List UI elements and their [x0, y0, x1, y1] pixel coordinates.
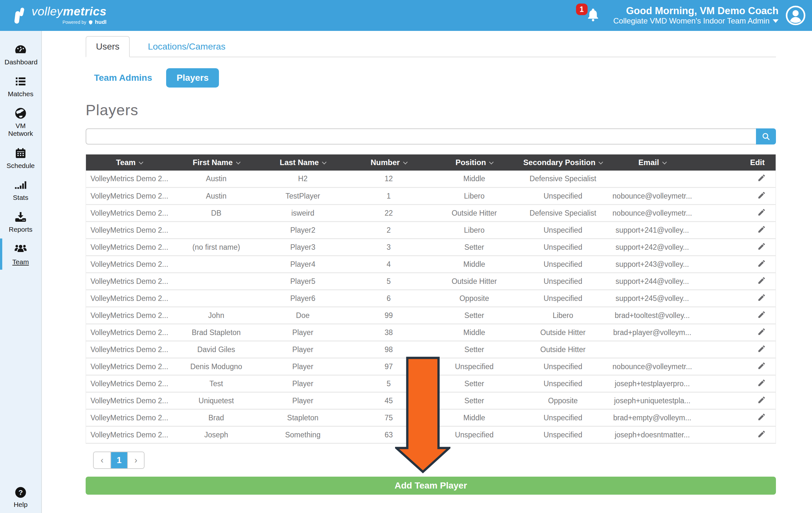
sidebar-item-matches[interactable]: Matches — [0, 70, 41, 102]
cell-first_name — [173, 273, 260, 290]
edit-icon[interactable] — [757, 259, 766, 268]
edit-icon[interactable] — [757, 413, 766, 421]
tab-locations-cameras[interactable]: Locations/Cameras — [138, 37, 235, 57]
sidebar-item-dashboard[interactable]: Dashboard — [0, 39, 41, 70]
cell-number: 3 — [346, 239, 431, 256]
cell-secondary_position: Unspecified — [517, 273, 609, 290]
cell-edit — [696, 426, 776, 444]
pagination-next-button[interactable]: › — [127, 452, 144, 468]
edit-pencil-icon — [757, 191, 766, 200]
column-header-secondary_position[interactable]: Secondary Position — [517, 154, 609, 171]
cell-email — [609, 171, 696, 188]
cell-email — [609, 341, 696, 358]
search-button[interactable] — [756, 128, 776, 145]
edit-icon[interactable] — [757, 242, 766, 251]
column-label: First Name — [193, 158, 233, 167]
column-header-first_name[interactable]: First Name — [173, 154, 260, 171]
players-button[interactable]: Players — [166, 68, 219, 88]
user-avatar[interactable] — [786, 5, 806, 25]
edit-icon[interactable] — [757, 174, 766, 182]
sidebar-item-schedule[interactable]: Schedule — [0, 142, 41, 174]
tab-users[interactable]: Users — [86, 36, 130, 57]
table-row: VolleyMetrics Demo 2...David GilesPlayer… — [86, 341, 776, 358]
cell-edit — [696, 410, 776, 426]
sidebar-item-vm-network[interactable]: VM Network — [0, 102, 41, 142]
cell-team: VolleyMetrics Demo 2... — [86, 410, 173, 426]
edit-icon[interactable] — [757, 361, 766, 370]
sidebar-item-reports[interactable]: Reports — [0, 206, 41, 238]
cell-secondary_position: Opposite — [517, 392, 609, 410]
pagination-prev-button[interactable]: ‹ — [94, 452, 110, 468]
table-row: VolleyMetrics Demo 2...Player66OppositeU… — [86, 290, 776, 307]
sort-caret-icon — [139, 160, 143, 164]
volleymetrics-logo-icon — [13, 6, 27, 25]
cell-secondary_position: Defensive Specialist — [517, 171, 609, 188]
cell-first_name: Austin — [173, 188, 260, 205]
edit-icon[interactable] — [757, 310, 766, 319]
cell-email: joseph+testplayerpro... — [609, 375, 696, 392]
cell-secondary_position: Unspecified — [517, 239, 609, 256]
sidebar-item-stats[interactable]: Stats — [0, 174, 41, 206]
cell-first_name: Joseph — [173, 426, 260, 444]
search-input[interactable] — [86, 128, 756, 145]
pagination-page-1[interactable]: 1 — [110, 452, 127, 468]
cell-first_name: Uniquetest — [173, 392, 260, 410]
add-team-player-button[interactable]: Add Team Player — [86, 477, 776, 495]
sidebar-item-help[interactable]: ? Help — [0, 486, 41, 509]
cell-first_name: (no first name) — [173, 239, 260, 256]
cell-first_name — [173, 222, 260, 239]
help-question-icon: ? — [14, 486, 27, 499]
edit-icon[interactable] — [757, 208, 766, 217]
cell-team: VolleyMetrics Demo 2... — [86, 290, 173, 307]
team-context-text: Collegiate VMD Women's Indoor Team Admin — [613, 17, 770, 26]
brand-logo[interactable]: volleymetrics Powered by hudl — [13, 5, 107, 25]
edit-icon[interactable] — [757, 293, 766, 302]
column-header-team[interactable]: Team — [86, 154, 173, 171]
cell-email: brad+tooltest@volley... — [609, 307, 696, 324]
edit-icon[interactable] — [757, 191, 766, 200]
cell-edit — [696, 222, 776, 239]
edit-icon[interactable] — [757, 395, 766, 404]
column-header-email[interactable]: Email — [609, 154, 696, 171]
cell-edit — [696, 392, 776, 410]
caret-down-icon[interactable] — [773, 19, 779, 23]
table-row: VolleyMetrics Demo 2...Denis ModugnoPlay… — [86, 358, 776, 375]
edit-icon[interactable] — [757, 430, 766, 438]
edit-pencil-icon — [757, 361, 766, 370]
edit-icon[interactable] — [757, 225, 766, 234]
table-header-row: TeamFirst NameLast NameNumberPositionSec… — [86, 154, 776, 171]
cell-last_name: TestPlayer — [260, 188, 346, 205]
sidebar-item-team[interactable]: Team — [0, 238, 41, 270]
hudl-shield-icon — [88, 20, 93, 25]
cell-position: Middle — [431, 324, 517, 341]
cell-email: nobounce@volleymetr... — [609, 188, 696, 205]
column-label: Edit — [750, 158, 765, 167]
notifications-bell[interactable]: 1 — [586, 7, 601, 24]
cell-position: Setter — [431, 239, 517, 256]
table-row: VolleyMetrics Demo 2...UniquetestPlayer4… — [86, 392, 776, 410]
edit-pencil-icon — [757, 208, 766, 217]
list-icon — [14, 75, 27, 88]
column-header-last_name[interactable]: Last Name — [260, 154, 346, 171]
cell-position: Middle — [431, 256, 517, 273]
edit-icon[interactable] — [757, 327, 766, 336]
team-admins-link[interactable]: Team Admins — [94, 73, 152, 83]
column-header-position[interactable]: Position — [431, 154, 517, 171]
cell-first_name: David Giles — [173, 341, 260, 358]
cell-last_name: Doe — [260, 307, 346, 324]
cell-last_name: Player — [260, 341, 346, 358]
greeting-text: Good Morning, VM Demo Coach — [613, 5, 779, 17]
edit-icon[interactable] — [757, 276, 766, 285]
edit-icon[interactable] — [757, 344, 766, 353]
edit-pencil-icon — [757, 259, 766, 268]
table-row: VolleyMetrics Demo 2...Player55Outside H… — [86, 273, 776, 290]
cell-number: 5 — [346, 375, 431, 392]
cell-position: Libero — [431, 222, 517, 239]
edit-pencil-icon — [757, 174, 766, 182]
cell-position: Setter — [431, 375, 517, 392]
sort-caret-icon — [322, 160, 326, 164]
sort-caret-icon — [662, 160, 667, 164]
edit-icon[interactable] — [757, 379, 766, 387]
cell-last_name: Player4 — [260, 256, 346, 273]
column-header-number[interactable]: Number — [346, 154, 431, 171]
